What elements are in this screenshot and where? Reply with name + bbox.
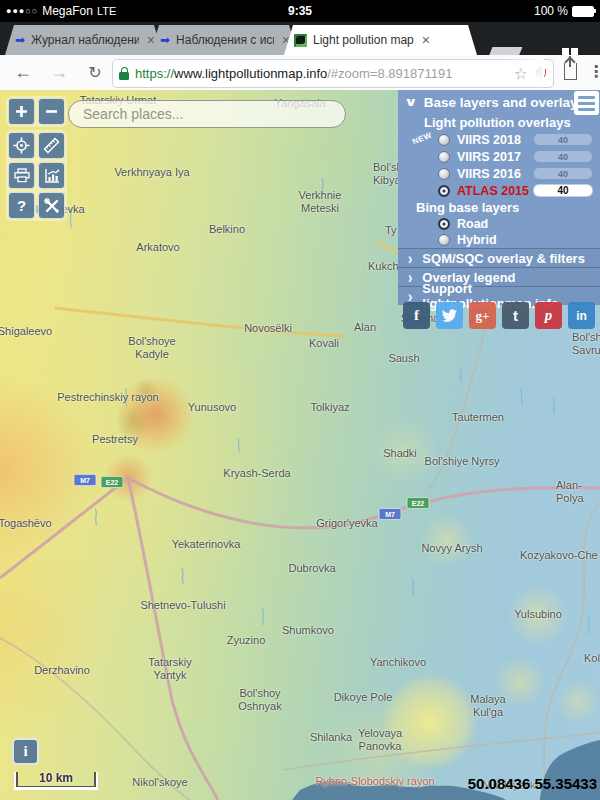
tab-close-icon[interactable]: × [422, 32, 430, 48]
overlay-option-viirs-2017[interactable]: VIIRS 2017 40 [398, 148, 600, 165]
zoom-in-button[interactable] [8, 98, 35, 125]
radio-hybrid[interactable] [438, 234, 450, 246]
pinterest-icon[interactable]: p [535, 302, 562, 329]
bookmark-arrow-favicon: ➡ [160, 34, 170, 46]
map-label: Shumkovo [282, 624, 334, 637]
tools-icon[interactable] [38, 192, 65, 219]
road-badge: M7 [379, 508, 402, 520]
map-label: Alan [354, 321, 376, 334]
map-label: Bol'shiye Nyrsy [425, 455, 500, 468]
chevron-right-icon: › [408, 248, 412, 268]
map-label: Verkhnyaya Iya [114, 166, 189, 179]
section-label: SQM/SQC overlay & filters [422, 251, 585, 266]
tab-title: Журнал наблюдений [31, 33, 139, 47]
map-label: Derzhavino [34, 664, 90, 677]
map-label: Novyy Arysh [421, 542, 482, 555]
help-icon[interactable]: ? [8, 192, 35, 219]
opacity-slider[interactable]: 40 [534, 185, 592, 196]
forward-button[interactable]: → [44, 55, 74, 90]
hamburger-menu-icon[interactable] [574, 91, 599, 115]
zoom-controls [6, 96, 67, 127]
tab-observations[interactable]: ➡ Наблюдения с испо × [150, 25, 298, 55]
google-plus-icon[interactable]: g+ [469, 302, 496, 329]
search-box [68, 100, 346, 128]
map-label: Verkhnie Meteski [299, 189, 342, 215]
bookmark-arrow-favicon: ➡ [15, 34, 25, 46]
overlay-option-viirs-2018[interactable]: NEW VIIRS 2018 40 [398, 131, 600, 148]
tab-journal[interactable]: ➡ Журнал наблюдений × [5, 25, 163, 55]
overlay-label: VIIRS 2016 [457, 167, 521, 181]
zoom-out-button[interactable] [38, 98, 65, 125]
map-toolbar: ? [6, 130, 67, 221]
search-input[interactable] [69, 101, 345, 127]
opacity-slider[interactable]: 40 [534, 151, 592, 162]
radio-viirs-2017[interactable] [438, 151, 450, 163]
map-label: Shigaleevo [0, 325, 52, 338]
road-badge: E22 [407, 497, 430, 509]
map-label: Rybno-Slobodskiy rayon [315, 775, 434, 788]
url-fade [504, 55, 544, 82]
layers-panel: ∨ Base layers and overlays Light polluti… [398, 90, 600, 305]
overlay-option-atlas-2015[interactable]: ATLAS 2015 40 [398, 182, 600, 199]
linkedin-icon[interactable]: in [568, 302, 595, 329]
map-label: Dikoye Pole [334, 691, 393, 704]
coordinates-readout: 50.08436 55.35433 [468, 775, 597, 792]
print-icon[interactable] [8, 162, 35, 189]
section-sqm-sqc[interactable]: › SQM/SQC overlay & filters [398, 248, 600, 267]
map-label: Tautermen [452, 411, 504, 424]
map-label: Kovali [309, 337, 339, 350]
status-bar: ●●●○○ MegaFon LTE 9:35 100 % [0, 0, 600, 22]
overlays-section-title: Light pollution overlays [398, 114, 600, 131]
radio-viirs-2016[interactable] [438, 168, 450, 180]
tumblr-icon[interactable]: t [502, 302, 529, 329]
new-badge: NEW [411, 131, 433, 147]
overlay-option-viirs-2016[interactable]: VIIRS 2016 40 [398, 165, 600, 182]
map-label: Shetnevo-Tulushi [140, 599, 225, 612]
base-layers-section-title: Bing base layers [398, 199, 600, 216]
map-label: Bol'shi Savrus [572, 331, 600, 357]
map-label: Novosëlki [244, 322, 292, 335]
tab-strip: ➡ Журнал наблюдений × ➡ Наблюдения с исп… [0, 22, 600, 55]
clock: 9:35 [0, 4, 600, 18]
opacity-slider[interactable]: 40 [534, 134, 592, 145]
chevron-down-icon: ∨ [404, 95, 418, 109]
map-label: Kozyakovo-Che [520, 549, 598, 562]
share-icon[interactable] [564, 63, 577, 80]
panel-header[interactable]: ∨ Base layers and overlays [398, 90, 600, 114]
measure-ruler-icon[interactable] [38, 132, 65, 159]
map-label: Yunusovo [188, 401, 236, 414]
map-label: Yekaterinovka [172, 538, 241, 551]
road-badge: E22 [101, 476, 124, 488]
opacity-slider[interactable]: 40 [534, 168, 592, 179]
tab-light-pollution-map[interactable]: Light pollution map × [284, 25, 477, 55]
battery-label: 100 % [534, 4, 568, 18]
base-label: Hybrid [457, 233, 497, 247]
radio-viirs-2018[interactable] [438, 134, 450, 146]
map-label: Kolo [584, 652, 600, 665]
menu-dots-icon[interactable]: ⋮ [588, 62, 600, 81]
map-label: Yanchikovo [370, 656, 426, 669]
radio-atlas-2015[interactable] [438, 185, 450, 197]
address-bar: ← → ↻ https://www.lightpollutionmap.info… [0, 55, 600, 91]
reload-button[interactable]: ↻ [80, 55, 110, 90]
locate-icon[interactable] [8, 132, 35, 159]
back-button[interactable]: ← [8, 55, 38, 90]
twitter-icon[interactable] [436, 302, 463, 329]
base-option-hybrid[interactable]: Hybrid [398, 232, 600, 248]
overlay-label: ATLAS 2015 [457, 184, 529, 198]
base-option-road[interactable]: Road [398, 216, 600, 232]
battery-icon [572, 6, 594, 17]
chart-icon[interactable] [38, 162, 65, 189]
map-label: Nikol'skoye [132, 776, 187, 789]
map-label: Grigor'yevka [316, 517, 377, 530]
scale-bar: 10 km [14, 772, 98, 790]
map-label: Yelovaya Panovka [358, 727, 402, 753]
radio-road[interactable] [438, 218, 450, 230]
map-label: Shilanka [310, 731, 352, 744]
map-label: Malaya Kul'ga [470, 693, 505, 719]
url-field[interactable]: https://www.lightpollutionmap.info/#zoom… [112, 59, 554, 88]
info-button[interactable]: i [12, 738, 39, 765]
overlay-label: VIIRS 2018 [457, 133, 521, 147]
map-label: Tatarskiy Yantyk [148, 656, 191, 682]
facebook-icon[interactable]: f [403, 302, 430, 329]
